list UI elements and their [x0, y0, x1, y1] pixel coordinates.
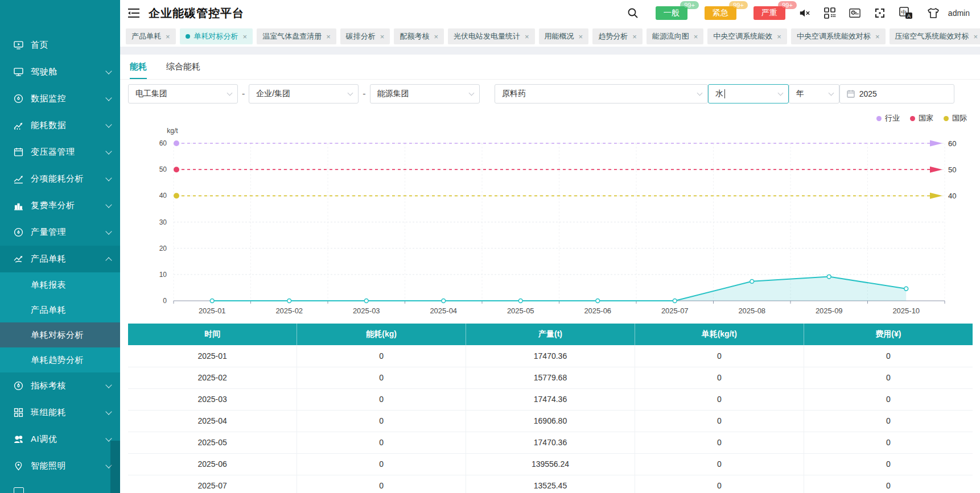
transformer-icon: [14, 147, 24, 158]
tab-close-icon[interactable]: ×: [694, 32, 698, 41]
bars-icon: [14, 201, 24, 211]
filter-select-水[interactable]: 水: [708, 84, 789, 103]
sidebar-scrollbar[interactable]: [110, 441, 120, 493]
tab-close-icon[interactable]: ×: [166, 32, 170, 41]
collapse-menu-icon[interactable]: [128, 8, 141, 18]
tab-压缩空气系统能效对标[interactable]: 压缩空气系统能效对标×: [890, 28, 980, 44]
svg-text:20: 20: [159, 245, 167, 252]
alarm-badge-紧急[interactable]: 紧急99+: [705, 6, 736, 20]
svg-text:2025-05: 2025-05: [507, 306, 534, 315]
sidebar-item-变压器管理[interactable]: 变压器管理: [0, 139, 120, 165]
alarm-badge-严重[interactable]: 严重99+: [753, 6, 785, 20]
filter-select-能源集团[interactable]: 能源集团: [370, 84, 480, 103]
tab-close-icon[interactable]: ×: [632, 32, 637, 41]
sidebar-item-复费率分析[interactable]: 复费率分析: [0, 192, 120, 219]
filter-select-电工集团[interactable]: 电工集团: [128, 84, 238, 103]
svg-text:2025-10: 2025-10: [892, 306, 920, 315]
date-picker[interactable]: 2025: [839, 84, 954, 103]
tab-close-icon[interactable]: ×: [974, 32, 978, 41]
tab-中央空调系统能效对标[interactable]: 中央空调系统能效对标×: [791, 28, 886, 44]
tab-单耗对标分析[interactable]: 单耗对标分析×: [180, 28, 253, 44]
sidebar-item-产品单耗[interactable]: 产品单耗: [0, 246, 120, 272]
sidebar-item-AI调优[interactable]: AI调优: [0, 426, 120, 453]
legend-dot-icon: [910, 116, 915, 121]
tab-碳排分析[interactable]: 碳排分析×: [340, 28, 390, 44]
table-cell: 2025-01: [128, 345, 297, 367]
sidebar-subitem-单耗对标分析[interactable]: 单耗对标分析: [0, 322, 120, 347]
theme-shirt-icon[interactable]: [927, 7, 940, 19]
sidebar-item-能耗数据[interactable]: 能耗数据: [0, 112, 120, 139]
chart-legend: 行业国家国际: [866, 113, 967, 123]
table-cell: 0: [297, 453, 466, 475]
sidebar-item-班组能耗[interactable]: 班组能耗: [0, 399, 120, 426]
tab-close-icon[interactable]: ×: [326, 32, 331, 41]
legend-item-国家[interactable]: 国家: [910, 113, 933, 123]
tab-配额考核[interactable]: 配额考核×: [394, 28, 444, 44]
tab-close-icon[interactable]: ×: [380, 32, 385, 41]
filter-select-年[interactable]: 年: [789, 84, 839, 103]
sidebar-item-label: 首页: [31, 40, 111, 51]
tab-close-icon[interactable]: ×: [434, 32, 438, 41]
tab-label: 温室气体盘查清册: [262, 31, 322, 42]
tab-用能概况[interactable]: 用能概况×: [539, 28, 589, 44]
sidebar-subitem-单耗报表[interactable]: 单耗报表: [0, 272, 120, 297]
dashboard-box-icon[interactable]: [849, 7, 860, 19]
active-tab-dot-icon: [186, 34, 190, 39]
table-cell: 0: [297, 432, 466, 453]
username[interactable]: admin: [948, 9, 970, 18]
table-cell: 2025-03: [128, 388, 297, 410]
tab-close-icon[interactable]: ×: [525, 32, 529, 41]
legend-item-行业[interactable]: 行业: [876, 113, 900, 123]
sidebar-item-数据监控[interactable]: 数据监控: [0, 85, 120, 112]
svg-text:2025-08: 2025-08: [738, 306, 765, 315]
subtab-能耗[interactable]: 能耗: [130, 61, 147, 79]
select-value: 能源集团: [377, 89, 409, 99]
sidebar-item-指标考核[interactable]: 指标考核: [0, 372, 120, 399]
translate-icon[interactable]: 中 A: [899, 7, 913, 19]
apps-grid-icon[interactable]: [824, 7, 835, 19]
tab-label: 碳排分析: [346, 31, 376, 42]
tab-label: 压缩空气系统能效对标: [895, 31, 969, 42]
chevron-down-icon: [105, 68, 112, 74]
svg-text:0: 0: [163, 297, 167, 305]
alarm-badge-一般[interactable]: 一般99+: [656, 6, 687, 20]
sidebar-item-partial-icon[interactable]: [14, 487, 24, 493]
tab-close-icon[interactable]: ×: [579, 32, 583, 41]
tab-光伏电站发电量统计[interactable]: 光伏电站发电量统计×: [448, 28, 535, 44]
table-cell: 0: [635, 432, 804, 453]
chevron-down-icon: [105, 121, 112, 127]
table-cell: 0: [297, 367, 466, 388]
sidebar-item-智能照明[interactable]: 智能照明: [0, 453, 120, 479]
subtab-综合能耗[interactable]: 综合能耗: [166, 61, 200, 79]
tab-能源流向图[interactable]: 能源流向图×: [647, 28, 704, 44]
table-cell: 0: [804, 432, 973, 453]
table-cell: 13525.45: [466, 475, 635, 493]
sidebar-item-产量管理[interactable]: 产量管理: [0, 219, 120, 246]
sidebar-item-驾驶舱[interactable]: 驾驶舱: [0, 59, 120, 85]
fullscreen-icon[interactable]: [874, 7, 886, 19]
table-row: 2025-02015779.6800: [128, 367, 973, 388]
mute-icon[interactable]: [799, 7, 810, 19]
legend-label: 国家: [919, 113, 933, 123]
tab-产品单耗[interactable]: 产品单耗×: [126, 28, 176, 44]
chevron-down-icon: [697, 90, 702, 96]
sidebar-item-首页[interactable]: 首页: [0, 32, 120, 59]
chevron-down-icon: [105, 148, 112, 154]
filter-select-企业/集团[interactable]: 企业/集团: [249, 84, 359, 103]
tab-close-icon[interactable]: ×: [875, 32, 880, 41]
users-icon: [14, 434, 24, 445]
sidebar-subitem-单耗趋势分析[interactable]: 单耗趋势分析: [0, 347, 120, 372]
sidebar-subitem-产品单耗[interactable]: 产品单耗: [0, 297, 120, 322]
search-icon[interactable]: [627, 7, 639, 19]
page-title: 企业能碳管控平台: [149, 6, 244, 21]
tab-close-icon[interactable]: ×: [243, 32, 248, 41]
filter-select-原料药[interactable]: 原料药: [495, 84, 708, 103]
tab-温室气体盘查清册[interactable]: 温室气体盘查清册×: [257, 28, 336, 44]
tab-close-icon[interactable]: ×: [777, 32, 781, 41]
legend-item-国际[interactable]: 国际: [944, 113, 967, 123]
header-right: 一般99+紧急99+严重99+: [613, 6, 970, 20]
main-panel: 能耗综合能耗 电工集团-企业/集团-能源集团原料药水年2025 行业国家国际 0…: [120, 55, 980, 493]
tab-趋势分析[interactable]: 趋势分析×: [592, 28, 643, 44]
sidebar-item-分项能耗分析[interactable]: 分项能耗分析: [0, 165, 120, 192]
tab-中央空调系统能效[interactable]: 中央空调系统能效×: [707, 28, 787, 44]
